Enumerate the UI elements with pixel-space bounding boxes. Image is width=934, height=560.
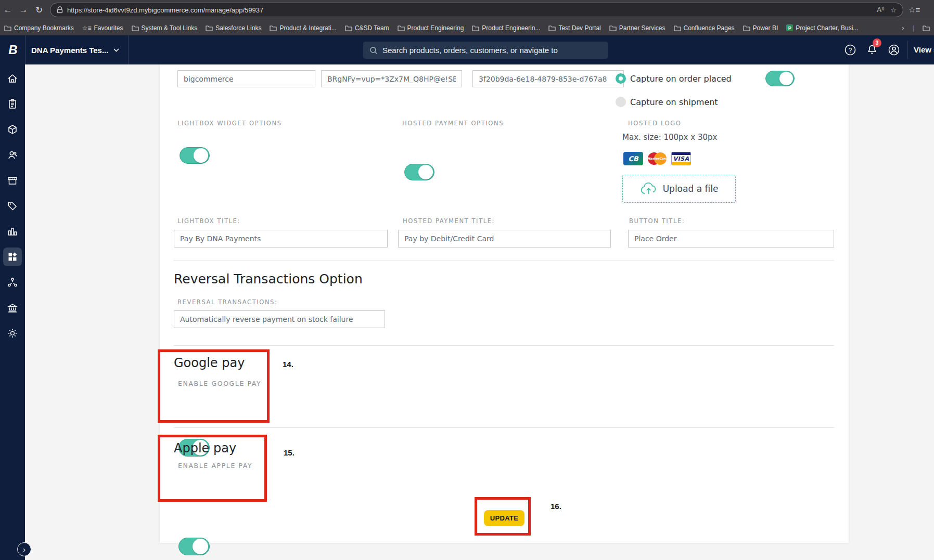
sidebar-item-analytics[interactable]: [3, 222, 22, 241]
sidebar-item-home[interactable]: [3, 69, 22, 88]
toggle-knob: [194, 148, 208, 163]
sidebar-item-settings[interactable]: [3, 324, 22, 343]
terminal-id-input[interactable]: [472, 70, 624, 87]
apple-pay-toggle[interactable]: [178, 538, 210, 555]
sidebar-expand-chevron[interactable]: ›: [17, 542, 31, 556]
project-charter-icon: P: [786, 24, 793, 31]
cube-icon: [7, 124, 18, 135]
search-placeholder: Search products, orders, customers, or n…: [382, 46, 558, 55]
read-aloud-icon[interactable]: A)): [877, 6, 884, 14]
sidebar-item-channels[interactable]: [3, 273, 22, 292]
bookmark-confluence-pages[interactable]: Confluence Pages: [674, 24, 735, 32]
store-switcher[interactable]: DNA Payments Tes...: [31, 35, 119, 64]
annotation-14: 14.: [283, 360, 293, 369]
capture-on-order-placed-radio[interactable]: [616, 73, 626, 84]
capture-on-shipment-label: Capture on shipment: [630, 97, 718, 107]
bookmark-company-bookmarks[interactable]: Company Bookmarks: [4, 24, 74, 32]
hosted-logo-label: HOSTED LOGO: [628, 120, 681, 127]
apps-grid-icon: [7, 251, 18, 263]
folder-icon: [398, 25, 405, 31]
header-divider: [128, 35, 129, 64]
folder-icon: [743, 25, 750, 31]
bookmark-partner-services[interactable]: Partner Services: [609, 24, 666, 32]
sidebar-item-storefront[interactable]: [3, 171, 22, 190]
bookmark-product-integrations[interactable]: Product & Integrati...: [270, 24, 336, 32]
bookmark-favourites[interactable]: ☆≡ Favourites: [82, 24, 123, 32]
sidebar-item-apps[interactable]: [3, 248, 22, 266]
url-text: https://store-4id6vvt9zd.mybigcommerce.c…: [67, 6, 871, 14]
bookmark-project-charter[interactable]: P Project Charter, Busi...: [786, 24, 858, 32]
client-id-input[interactable]: [177, 70, 315, 87]
upload-file-button[interactable]: Upload a file: [622, 175, 736, 203]
control-panel-header: B DNA Payments Tes... Search products, o…: [0, 35, 934, 64]
sidebar-item-orders[interactable]: [3, 95, 22, 113]
folder-icon: [132, 25, 139, 31]
enable-google-pay-label: ENABLE GOOGLE PAY: [178, 380, 261, 387]
store-name: DNA Payments Tes...: [31, 46, 108, 55]
share-network-icon: [7, 277, 18, 288]
section-divider: [174, 427, 834, 428]
capture-on-shipment-radio[interactable]: [616, 97, 626, 107]
lightbox-title-input[interactable]: [174, 230, 388, 248]
button-title-input[interactable]: [628, 230, 834, 248]
star-list-icon: ☆≡: [82, 24, 92, 32]
toggle-knob: [779, 72, 793, 85]
annotation-15: 15.: [284, 448, 295, 457]
lightbox-widget-toggle[interactable]: [180, 147, 210, 164]
capture-toggle[interactable]: [765, 71, 795, 86]
section-divider: [174, 345, 834, 346]
tag-icon: [7, 200, 18, 212]
bigcommerce-logo[interactable]: B: [6, 42, 20, 58]
reversal-transactions-select[interactable]: [174, 310, 385, 328]
lightbox-title-label: LIGHTBOX TITLE:: [177, 217, 240, 225]
folder-icon: [609, 25, 617, 31]
bookmarks-bar: Company Bookmarks ☆≡ Favourites System &…: [0, 20, 934, 35]
folder-icon: [472, 25, 479, 31]
bookmark-csd-team[interactable]: C&SD Team: [345, 24, 389, 32]
help-icon[interactable]: ?: [844, 44, 856, 56]
section-divider: [174, 260, 834, 261]
screenshot-root: { "colors": { "accent_teal": "#45BFA7", …: [0, 0, 934, 560]
folder-icon: [548, 25, 556, 31]
favorite-star-icon[interactable]: ☆: [890, 6, 897, 14]
header-divider: [907, 41, 908, 59]
card-logos-row: CB MasterCard VISA: [623, 152, 691, 165]
bookmark-product-engineering-2[interactable]: Product Engineerin...: [472, 24, 540, 32]
view-store-link[interactable]: View s: [914, 45, 934, 54]
bookmark-product-engineering[interactable]: Product Engineering: [398, 24, 464, 32]
back-icon[interactable]: ←: [0, 5, 16, 15]
hosted-payment-title-input[interactable]: [398, 230, 611, 248]
address-bar[interactable]: https://store-4id6vvt9zd.mybigcommerce.c…: [50, 3, 903, 17]
sidebar-item-customers[interactable]: [3, 146, 22, 164]
favourites-hub-icon[interactable]: ☆≡: [909, 5, 920, 15]
bookmarks-separator: |: [913, 24, 914, 32]
search-icon: [369, 46, 378, 55]
update-button[interactable]: UPDATE: [484, 510, 524, 526]
forward-icon[interactable]: →: [16, 5, 31, 15]
account-icon[interactable]: [888, 44, 900, 56]
client-secret-input[interactable]: [321, 70, 462, 87]
folder-icon: [4, 25, 11, 31]
cloud-upload-icon: [640, 182, 658, 196]
google-pay-heading: Google pay: [174, 356, 245, 370]
toggle-knob: [418, 165, 433, 179]
bookmarks-overflow-chevron-icon[interactable]: ›: [902, 24, 904, 32]
refresh-icon[interactable]: ↻: [31, 5, 47, 16]
global-search-input[interactable]: Search products, orders, customers, or n…: [363, 42, 608, 59]
hosted-payment-toggle[interactable]: [404, 164, 434, 180]
bookmark-system-tool-links[interactable]: System & Tool Links: [132, 24, 198, 32]
bookmark-salesforce-links[interactable]: Salesforce Links: [206, 24, 261, 32]
lock-icon: [57, 6, 63, 14]
folder-icon: [206, 25, 213, 31]
sidebar-item-products[interactable]: [3, 120, 22, 139]
cb-card-logo: CB: [623, 152, 643, 165]
bookmark-power-bi[interactable]: Power BI: [743, 24, 778, 32]
header-divider: [25, 35, 25, 64]
sidebar-item-marketing[interactable]: [3, 197, 22, 215]
mastercard-logo: MasterCard: [646, 152, 668, 165]
bookmark-test-dev-portal[interactable]: Test Dev Portal: [548, 24, 600, 32]
notification-badge: 3: [873, 38, 881, 47]
sidebar-item-payments[interactable]: [3, 298, 22, 317]
capture-on-order-placed-label: Capture on order placed: [630, 74, 732, 84]
other-favourites-folder-icon[interactable]: [923, 25, 930, 31]
